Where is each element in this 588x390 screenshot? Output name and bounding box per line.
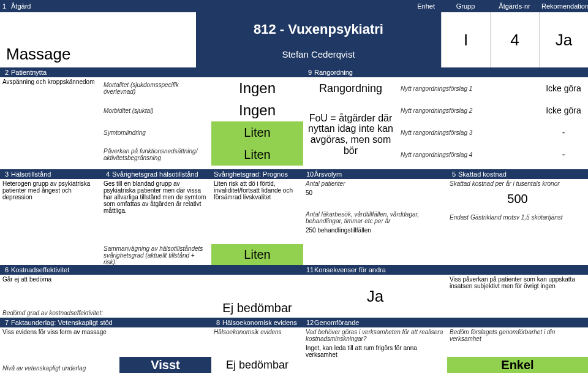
s12-q: Vad behöver göras i verksamheten för att… — [303, 327, 447, 343]
s9-rangordning: Rangordning — [303, 77, 398, 99]
s4-title: Svårighetsgrad hälsotillstånd — [112, 170, 198, 178]
s4-num: 4 — [104, 170, 112, 178]
s6-desc: Går ej att bedöma — [0, 275, 211, 284]
s11-num: 11 — [306, 266, 314, 273]
s3-num: 3 — [2, 170, 11, 178]
s6-val: Ej bedömbar — [211, 275, 303, 318]
s9-v4: - — [539, 143, 588, 166]
s8-title: Hälsoekonomisk evidens — [222, 319, 297, 326]
s9-v2: Icke göra — [539, 99, 588, 121]
s9-fou: FoU = åtgärder där nyttan idag inte kan … — [303, 99, 398, 169]
s2-num: 2 — [2, 69, 11, 76]
row-s7-body: Viss evidens för viss form av massage Ni… — [0, 327, 588, 373]
s7-num: 7 — [2, 319, 11, 326]
s9-num: 9 — [306, 69, 314, 76]
s8-val: Ej bedömbar — [211, 357, 303, 373]
grupp-value: I — [441, 12, 490, 67]
s2-r4-label: Påverkan på funktionsnedsättning/ aktivi… — [101, 143, 211, 166]
s7-desc: Viss evidens för viss form av massage — [0, 327, 119, 337]
measure-title: Massage — [0, 12, 196, 67]
s4b-title: Svårighetsgrad: Prognos — [214, 170, 288, 178]
s10-title: Årsvolym — [314, 170, 342, 178]
s9-v3: - — [539, 121, 588, 143]
s2-r1-val: Ingen — [211, 77, 303, 99]
s7-val: Visst — [119, 357, 211, 373]
row-s3-body: Heterogen grupp av psykiatriska patiente… — [0, 179, 588, 265]
unit-box: 812 - Vuxenpsykiatri Stefan Cederqvist — [196, 12, 441, 67]
row-s7-hdr: 7 Faktaunderlag: Vetenskapligt stöd 8 Hä… — [0, 318, 588, 327]
row-s6-hdr: 6 Kostnadseffektivitet 11 Konsekvenser f… — [0, 265, 588, 275]
s2-desc: Avspänning och kroppskännedom — [2, 78, 99, 85]
s6-num: 6 — [2, 266, 11, 273]
s3-title: Hälsotillstånd — [11, 170, 51, 178]
hdr-nr: Åtgärds-nr — [490, 2, 539, 10]
row-s6-body: Går ej att bedöma Bedömd grad av kostnad… — [0, 275, 588, 318]
row-s2-s9-hdr: 2 Patientnytta 9 Rangordning — [0, 67, 588, 77]
s8-desc: Hälsoekonomsik evidens — [211, 327, 303, 337]
s11-val: Ja — [303, 275, 447, 318]
s2-r2-label: Morbiditet (sjuktal) — [101, 99, 211, 121]
s4-sumlabel: Sammanvägning av hälsotillståndets svåri… — [101, 244, 211, 265]
s10-lb-label: Antal läkarbesök, vårdtillfällen, vårdda… — [303, 210, 447, 226]
hdr-atgard: Åtgärd — [9, 2, 196, 10]
s11-note: Viss påverkan på patienter som kan uppsk… — [447, 275, 588, 318]
s10-lb-val: 250 behandlingstillfällen — [303, 226, 447, 235]
s9-l1: Nytt rangordningsförslag 1 — [398, 77, 539, 99]
s5-note: Endast Gästrikland motsv 1,5 skötartjäns… — [447, 213, 588, 222]
unit-name: 812 - Vuxenpsykiatri — [254, 18, 383, 37]
s6-title: Kostnadseffektivitet — [11, 266, 69, 273]
s10-num: 10 — [306, 170, 314, 178]
s12-a: Inget, kan leda till att rum frigörs för… — [303, 343, 447, 359]
s12-num: 12 — [306, 319, 314, 326]
s2-r3-label: Symtomlindring — [101, 121, 211, 143]
s2-r4-val: Liten — [211, 143, 303, 166]
row-s2-s9-body: Avspänning och kroppskännedom Mortalitet… — [0, 77, 588, 169]
author-name: Stefan Cederqvist — [282, 49, 355, 62]
s2-r2-val: Ingen — [211, 99, 303, 121]
s4-desc: Ges till en blandad grupp av psykiatrisk… — [101, 179, 211, 244]
row-s3-hdr: 3 Hälsotillstånd 4 Svårighetsgrad hälsot… — [0, 169, 588, 179]
s4b-sumval: Liten — [211, 244, 303, 265]
hdr-grupp: Grupp — [441, 2, 490, 10]
s12-note: Bedöm förslagets genomförbarhet i din ve… — [447, 327, 588, 343]
s3-desc: Heterogen grupp av psykiatriska patiente… — [0, 179, 101, 265]
s9-v1: Icke göra — [539, 77, 588, 99]
atgardsnr-value: 4 — [490, 12, 539, 67]
hdr-enhet: Enhet — [196, 2, 441, 10]
s11-title: Konsekvenser för andra — [314, 266, 386, 273]
s7-label: Nivå av vetenskapligt underlag — [0, 364, 119, 373]
s2-r3-val: Liten — [211, 121, 303, 143]
rekomendation-value: Ja — [539, 12, 588, 67]
s6-label: Bedömd grad av kostnadseffektivitet: — [0, 308, 211, 318]
hdr-rek: Rekomendation — [539, 2, 588, 10]
s2-r1-label: Mortalitet (sjukdomsspecifik överlevnad) — [101, 77, 211, 99]
s5-num: 5 — [450, 170, 458, 178]
s7-title: Faktaunderlag: Vetenskapligt stöd — [11, 319, 113, 326]
s5-desc: Skattad kostnad per år i tusentals krono… — [447, 179, 588, 188]
top-header: 1 Åtgärd Enhet Grupp Åtgärds-nr Rekomend… — [0, 0, 588, 12]
s10-ap-val: 50 — [303, 188, 447, 197]
s10-ap-label: Antal patienter — [303, 179, 447, 188]
s12-val: Enkel — [447, 357, 588, 373]
s9-l2: Nytt rangordningsförslag 2 — [398, 99, 539, 121]
s5-title: Skattad kostnad — [458, 170, 507, 178]
s9-title: Rangordning — [314, 69, 353, 76]
top-band: Massage 812 - Vuxenpsykiatri Stefan Cede… — [0, 12, 588, 67]
s9-l4: Nytt rangordningsförslag 4 — [398, 143, 539, 166]
s2-title: Patientnytta — [11, 69, 47, 76]
s9-l3: Nytt rangordningsförslag 3 — [398, 121, 539, 143]
s5-val: 500 — [447, 188, 588, 209]
s4b-desc: Liten risk att dö i förtid, invaliditet/… — [211, 179, 303, 244]
hdr-num: 1 — [0, 2, 9, 10]
s12-title: Genomförande — [314, 319, 359, 326]
s8-num: 8 — [214, 319, 222, 326]
